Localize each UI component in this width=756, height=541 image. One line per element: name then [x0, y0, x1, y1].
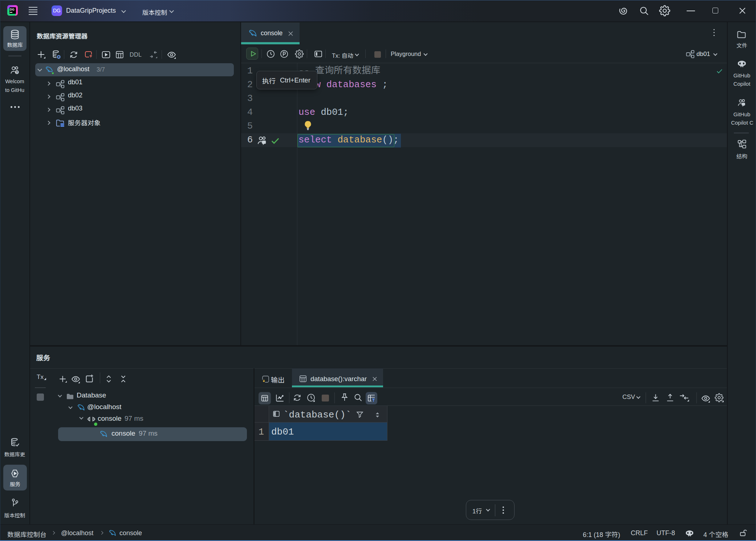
svg-text:?: ? — [16, 70, 18, 74]
